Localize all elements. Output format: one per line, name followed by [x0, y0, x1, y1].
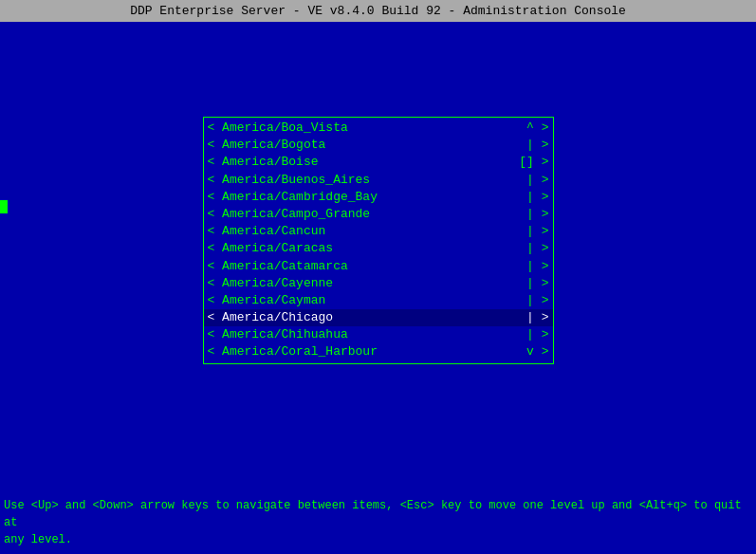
list-item-text: America/Buenos_Aires — [222, 172, 523, 189]
list-item-prefix: < — [208, 309, 223, 326]
list-item-text: America/Caracas — [222, 240, 523, 257]
title-text: DDP Enterprise Server - VE v8.4.0 Build … — [130, 4, 626, 18]
list-item-prefix: < — [208, 223, 223, 240]
list-item-text: America/Boa_Vista — [222, 120, 523, 137]
list-item-prefix: < — [208, 292, 223, 309]
list-item-suffix: [] > — [515, 154, 548, 171]
list-item-prefix: < — [208, 206, 223, 223]
list-item[interactable]: < America/Cancun| > — [204, 223, 553, 240]
list-item-text: America/Campo_Grande — [222, 206, 523, 223]
list-item-text: America/Coral_Harbour — [222, 343, 523, 360]
list-item-suffix: | > — [523, 292, 548, 309]
list-item-prefix: < — [208, 189, 223, 206]
cursor-indicator — [0, 200, 8, 213]
list-item-prefix: < — [208, 120, 223, 137]
list-item[interactable]: < America/Bogota| > — [204, 137, 553, 154]
list-item[interactable]: < America/Cambridge_Bay| > — [204, 189, 553, 206]
list-container[interactable]: < America/Boa_Vista^ >< America/Bogota| … — [203, 117, 554, 364]
list-item[interactable]: < America/Boa_Vista^ > — [204, 120, 553, 137]
list-item[interactable]: < America/Catamarca| > — [204, 258, 553, 275]
title-bar: DDP Enterprise Server - VE v8.4.0 Build … — [0, 0, 756, 22]
list-item-suffix: | > — [523, 258, 548, 275]
main-area: < America/Boa_Vista^ >< America/Bogota| … — [0, 22, 756, 364]
status-line1: Use <Up> and <Down> arrow keys to naviga… — [4, 497, 752, 531]
list-item[interactable]: < America/Boise[] > — [204, 154, 553, 171]
list-item-suffix: | > — [523, 172, 548, 189]
list-item[interactable]: < America/Campo_Grande| > — [204, 206, 553, 223]
list-item-text: America/Chicago — [222, 309, 523, 326]
list-item-text: America/Cancun — [222, 223, 523, 240]
list-item-suffix: | > — [523, 189, 548, 206]
list-item-prefix: < — [208, 154, 223, 171]
list-item-suffix: | > — [523, 326, 548, 343]
list-item-text: America/Cayman — [222, 292, 523, 309]
list-item-text: America/Cayenne — [222, 275, 523, 292]
status-bar: Use <Up> and <Down> arrow keys to naviga… — [0, 491, 756, 554]
list-item-prefix: < — [208, 326, 223, 343]
list-item-suffix: | > — [523, 223, 548, 240]
list-item[interactable]: < America/Cayman| > — [204, 292, 553, 309]
list-item[interactable]: < America/Chihuahua| > — [204, 326, 553, 343]
list-item-text: America/Catamarca — [222, 258, 523, 275]
status-line2: any level. — [4, 531, 752, 548]
list-item[interactable]: < America/Chicago| > — [204, 309, 553, 326]
list-item-suffix: | > — [523, 240, 548, 257]
list-item[interactable]: < America/Coral_Harbourv > — [204, 343, 553, 360]
list-item-text: America/Bogota — [222, 137, 523, 154]
list-item-prefix: < — [208, 240, 223, 257]
list-item-text: America/Cambridge_Bay — [222, 189, 523, 206]
list-item-suffix: | > — [523, 206, 548, 223]
list-item-suffix: | > — [523, 275, 548, 292]
list-item[interactable]: < America/Cayenne| > — [204, 275, 553, 292]
list-item-prefix: < — [208, 172, 223, 189]
list-item-text: America/Chihuahua — [222, 326, 523, 343]
list-item-prefix: < — [208, 343, 223, 360]
list-item-prefix: < — [208, 137, 223, 154]
list-item[interactable]: < America/Buenos_Aires| > — [204, 172, 553, 189]
list-item-suffix: | > — [523, 137, 548, 154]
list-item-suffix: ^ > — [523, 120, 548, 137]
list-item-prefix: < — [208, 258, 223, 275]
list-item[interactable]: < America/Caracas| > — [204, 240, 553, 257]
list-item-suffix: v > — [523, 343, 548, 360]
list-item-prefix: < — [208, 275, 223, 292]
list-item-suffix: | > — [523, 309, 548, 326]
list-item-text: America/Boise — [222, 154, 515, 171]
